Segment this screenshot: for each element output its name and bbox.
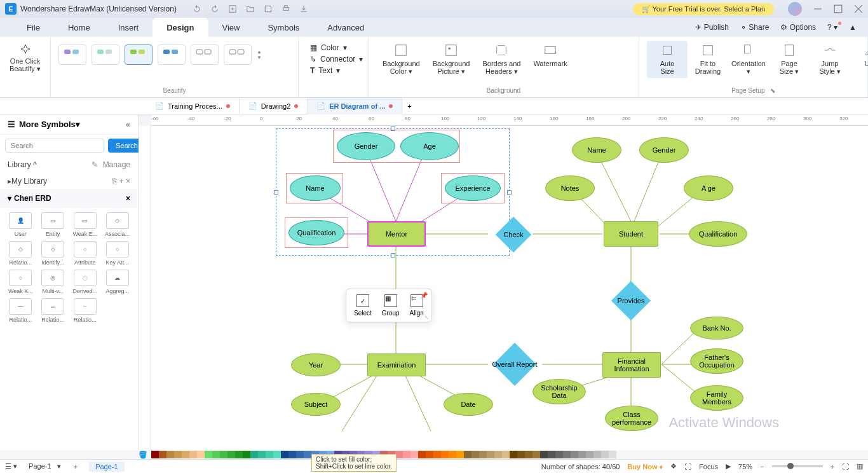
- search-input[interactable]: [5, 139, 104, 153]
- color-dropdown[interactable]: ▦ Color ▾: [310, 43, 356, 52]
- theme-6[interactable]: [224, 45, 252, 65]
- menu-home[interactable]: Home: [54, 18, 104, 37]
- color-swatch[interactable]: [426, 451, 433, 458]
- attr-family[interactable]: FamilyMembers: [690, 385, 743, 411]
- theme-scroll[interactable]: ▲▼: [257, 45, 262, 65]
- theme-2[interactable]: [92, 45, 119, 65]
- color-swatch[interactable]: [273, 451, 281, 458]
- color-swatch[interactable]: [205, 451, 212, 458]
- theme-3[interactable]: [125, 45, 153, 65]
- orientation-button[interactable]: Orientation▾: [728, 41, 769, 78]
- shape-associative[interactable]: ◇Associa...: [103, 212, 132, 237]
- color-swatch[interactable]: [510, 451, 517, 458]
- chen-erd-section[interactable]: ▾ Chen ERD×: [0, 189, 138, 207]
- attr-classperf[interactable]: Classperformance: [605, 406, 658, 431]
- entity-financial[interactable]: FinancialInformation: [602, 352, 661, 378]
- attr-age2[interactable]: A ge: [684, 175, 733, 201]
- watermark-button[interactable]: Watermark: [527, 41, 573, 78]
- color-swatch[interactable]: [555, 451, 563, 458]
- theme-1[interactable]: [58, 45, 86, 65]
- presentation-icon[interactable]: ▶: [726, 462, 731, 470]
- attr-name2[interactable]: Name: [572, 137, 621, 163]
- save-icon[interactable]: [264, 4, 273, 13]
- shape-entity[interactable]: ▭Entity: [39, 212, 67, 237]
- shape-attribute[interactable]: ○Attribute: [71, 241, 100, 266]
- color-swatch[interactable]: [502, 451, 510, 458]
- menu-advanced[interactable]: Advanced: [313, 18, 378, 37]
- entity-student[interactable]: Student: [604, 221, 658, 247]
- attr-notes[interactable]: Notes: [545, 175, 595, 201]
- page-selector[interactable]: Page-1 ▾: [22, 461, 67, 472]
- help-icon[interactable]: ? ▾: [827, 23, 837, 32]
- color-swatch[interactable]: [258, 451, 266, 458]
- maximize-icon[interactable]: [834, 4, 843, 13]
- shape-rel-line2[interactable]: ═Relatio...: [39, 298, 67, 323]
- shape-derived[interactable]: ◌Derived...: [71, 270, 100, 294]
- color-swatch[interactable]: [449, 451, 456, 458]
- rel-provides[interactable]: Provides: [609, 285, 653, 317]
- color-swatch[interactable]: [403, 451, 410, 458]
- panel-toggle-icon[interactable]: ▥: [857, 462, 863, 470]
- color-swatch[interactable]: [586, 451, 593, 458]
- new-icon[interactable]: [228, 4, 237, 13]
- fill-bucket-icon[interactable]: 🪣: [139, 451, 149, 459]
- shape-multivalued[interactable]: ◎Multi-v...: [39, 270, 67, 294]
- color-swatch[interactable]: [250, 451, 258, 458]
- color-swatch[interactable]: [410, 451, 418, 458]
- user-avatar-icon[interactable]: [788, 2, 802, 16]
- auto-size-button[interactable]: AutoSize: [647, 41, 688, 78]
- unit-button[interactable]: Unit▾: [850, 41, 868, 78]
- export-icon[interactable]: [299, 4, 308, 13]
- minimize-icon[interactable]: [813, 4, 822, 13]
- shape-rel-line3[interactable]: ┄Relatio...: [71, 298, 100, 323]
- color-swatch[interactable]: [296, 451, 304, 458]
- open-icon[interactable]: [246, 4, 255, 13]
- shape-relationship[interactable]: ◇Relatio...: [6, 241, 35, 266]
- color-swatch[interactable]: [235, 451, 243, 458]
- theme-gallery[interactable]: ▲▼: [58, 45, 290, 65]
- one-click-beautify-button[interactable]: One Click Beautify ▾: [8, 41, 43, 76]
- color-swatch[interactable]: [197, 451, 205, 458]
- color-swatch[interactable]: [243, 451, 250, 458]
- rel-overall[interactable]: Overall Report: [483, 348, 546, 380]
- color-swatch[interactable]: [601, 451, 609, 458]
- color-swatch[interactable]: [281, 451, 288, 458]
- add-tab-button[interactable]: +: [402, 102, 416, 110]
- share-link[interactable]: ⚬ Share: [740, 23, 769, 32]
- color-swatch[interactable]: [548, 451, 555, 458]
- undo-icon[interactable]: [193, 4, 201, 13]
- fit-to-drawing-button[interactable]: Fit toDrawing: [688, 41, 728, 78]
- color-swatch[interactable]: [571, 451, 578, 458]
- group-tool[interactable]: ▦Group: [382, 294, 400, 317]
- color-swatch[interactable]: [532, 451, 540, 458]
- color-swatch[interactable]: [182, 451, 189, 458]
- color-swatch[interactable]: [304, 451, 311, 458]
- color-swatch[interactable]: [517, 451, 525, 458]
- attr-date[interactable]: Date: [444, 393, 493, 416]
- color-swatch[interactable]: [159, 451, 166, 458]
- close-icon[interactable]: [854, 4, 863, 13]
- tab-erdiagram[interactable]: 📄 ER Diagram of ...: [308, 98, 402, 114]
- attr-gender2[interactable]: Gender: [639, 137, 689, 163]
- zoom-level[interactable]: 75%: [738, 463, 752, 470]
- menu-insert[interactable]: Insert: [104, 18, 153, 37]
- more-symbols-header[interactable]: ☰ More Symbols▾«: [0, 114, 138, 135]
- color-swatch[interactable]: [266, 451, 273, 458]
- trial-banner[interactable]: 🛒 Your Free Trial is over. Select a Plan: [633, 3, 774, 15]
- menu-view[interactable]: View: [208, 18, 254, 37]
- add-page-button[interactable]: +: [67, 463, 84, 470]
- focus-button[interactable]: Focus: [699, 463, 718, 470]
- color-swatch[interactable]: [166, 451, 174, 458]
- fullscreen-icon[interactable]: ⛶: [842, 463, 849, 470]
- color-swatch[interactable]: [487, 451, 494, 458]
- attr-father[interactable]: Father'sOccupation: [690, 348, 743, 374]
- color-swatch[interactable]: [464, 451, 471, 458]
- jump-style-button[interactable]: JumpStyle ▾: [810, 41, 850, 78]
- shape-weak-entity[interactable]: ▭Weak E...: [71, 212, 100, 237]
- theme-5[interactable]: [191, 45, 219, 65]
- color-swatch[interactable]: [578, 451, 586, 458]
- tab-drawing2[interactable]: 📄 Drawing2: [240, 98, 308, 114]
- zoom-in-button[interactable]: +: [831, 463, 834, 470]
- color-swatch[interactable]: [525, 451, 532, 458]
- canvas-area[interactable]: -60-40-200204060801001201401601802002202…: [139, 114, 868, 450]
